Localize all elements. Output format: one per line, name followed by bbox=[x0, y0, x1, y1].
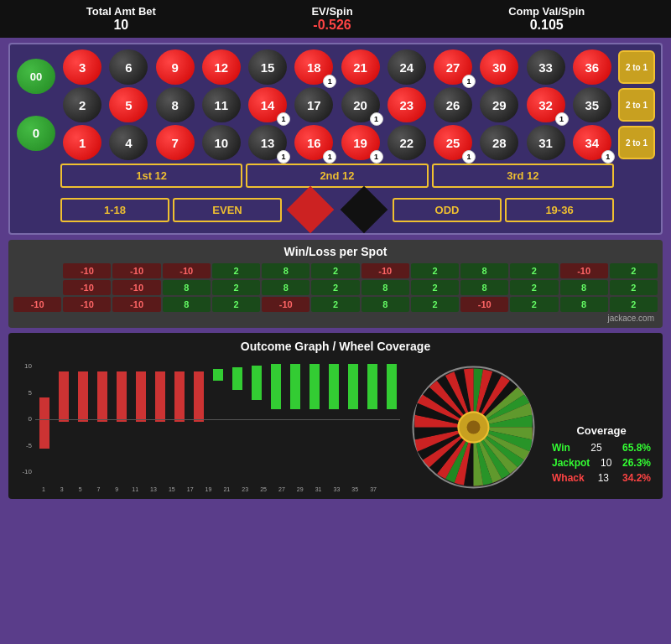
wl-r3-c9: -10 bbox=[460, 297, 508, 312]
y-label-5: 5 bbox=[29, 389, 32, 397]
num-5[interactable]: 5 bbox=[109, 87, 148, 122]
num-3[interactable]: 3 bbox=[63, 49, 101, 85]
coverage-jackpot-pct: 26.3% bbox=[622, 457, 651, 469]
bet-even[interactable]: EVEN bbox=[173, 198, 282, 222]
x-label-11: 11 bbox=[127, 486, 143, 492]
wl-r3-c6: 2 bbox=[311, 297, 359, 312]
wl-r2-c3: 8 bbox=[163, 280, 211, 295]
chip-18: 1 bbox=[323, 75, 336, 88]
num-28[interactable]: 28 bbox=[480, 125, 518, 160]
double-zero[interactable]: 00 bbox=[17, 59, 55, 94]
x-label-7: 7 bbox=[91, 486, 107, 492]
num-23[interactable]: 23 bbox=[388, 87, 426, 122]
num-7[interactable]: 7 bbox=[156, 125, 195, 160]
ev-spin-value: -0.526 bbox=[311, 18, 352, 33]
y-label-neg5: -5 bbox=[26, 442, 32, 449]
third-dozen[interactable]: 3rd 12 bbox=[432, 164, 614, 188]
wl-r1-c6: 2 bbox=[311, 263, 359, 278]
num-26[interactable]: 26 bbox=[434, 87, 472, 122]
bet-1-18[interactable]: 1-18 bbox=[60, 198, 169, 222]
num-14[interactable]: 141 bbox=[248, 87, 287, 122]
bet-odd[interactable]: ODD bbox=[393, 198, 502, 222]
x-label-13: 13 bbox=[145, 486, 162, 492]
num-6[interactable]: 6 bbox=[109, 49, 148, 85]
num-22[interactable]: 22 bbox=[388, 125, 426, 160]
comp-val-label: Comp Val/Spin bbox=[508, 5, 585, 18]
num-24[interactable]: 24 bbox=[388, 49, 426, 85]
x-label-23: 23 bbox=[237, 486, 253, 492]
wl-r3-c7: 8 bbox=[362, 297, 409, 312]
coverage-whack-pct: 34.2% bbox=[622, 472, 651, 484]
num-10[interactable]: 10 bbox=[202, 125, 241, 160]
wl-r1-c4: 2 bbox=[212, 263, 260, 278]
watermark: jackace.com bbox=[13, 314, 658, 323]
wl-r2-c10: 2 bbox=[510, 280, 558, 295]
second-dozen[interactable]: 2nd 12 bbox=[246, 164, 428, 188]
wl-r2-c6: 2 bbox=[311, 280, 359, 295]
num-20[interactable]: 201 bbox=[341, 87, 380, 122]
num-19[interactable]: 191 bbox=[341, 125, 380, 160]
x-label-1: 1 bbox=[35, 486, 52, 492]
num-36[interactable]: 36 bbox=[573, 49, 611, 85]
wl-r3-c0: -10 bbox=[13, 297, 61, 312]
y-label-0: 0 bbox=[29, 415, 32, 423]
coverage-table: Coverage Win 25 65.8% Jackpot 10 26.3% W… bbox=[547, 419, 656, 492]
num-35[interactable]: 35 bbox=[573, 87, 611, 122]
chart-area bbox=[35, 362, 400, 475]
num-33[interactable]: 33 bbox=[527, 49, 565, 85]
wl-r2-c11: 8 bbox=[560, 280, 608, 295]
wl-r1-c9: 8 bbox=[460, 263, 508, 278]
bet-19-36[interactable]: 19-36 bbox=[505, 198, 614, 222]
num-34[interactable]: 341 bbox=[573, 125, 611, 160]
chip-34: 1 bbox=[601, 150, 615, 164]
x-label-37: 37 bbox=[365, 486, 382, 492]
chart-baseline bbox=[35, 419, 400, 420]
num-25[interactable]: 251 bbox=[434, 125, 472, 160]
first-dozen[interactable]: 1st 12 bbox=[60, 164, 242, 188]
num-17[interactable]: 17 bbox=[294, 87, 333, 122]
num-31[interactable]: 31 bbox=[527, 125, 565, 160]
num-27[interactable]: 271 bbox=[434, 49, 472, 85]
x-label-9: 9 bbox=[108, 486, 125, 492]
comp-val-value: 0.105 bbox=[508, 18, 585, 33]
num-11[interactable]: 11 bbox=[202, 87, 241, 122]
num-9[interactable]: 9 bbox=[156, 49, 195, 85]
x-label-27: 27 bbox=[273, 486, 290, 492]
coverage-whack-row: Whack 13 34.2% bbox=[552, 472, 651, 484]
num-30[interactable]: 30 bbox=[480, 49, 518, 85]
svg-point-4 bbox=[467, 421, 481, 434]
num-15[interactable]: 15 bbox=[248, 49, 287, 85]
chip-25: 1 bbox=[462, 150, 476, 164]
coverage-win-row: Win 25 65.8% bbox=[552, 442, 651, 454]
graph-content: 10 5 0 -5 -10 bbox=[15, 358, 656, 492]
num-21[interactable]: 21 bbox=[341, 49, 380, 85]
wl-r3-c5: -10 bbox=[262, 297, 309, 312]
num-32[interactable]: 321 bbox=[527, 87, 565, 122]
num-2[interactable]: 2 bbox=[63, 87, 101, 122]
two-to-one-bot[interactable]: 2 to 1 bbox=[618, 126, 655, 159]
ev-spin-col: EV/Spin -0.526 bbox=[311, 5, 352, 33]
wl-r2-c8: 2 bbox=[411, 280, 459, 295]
num-1[interactable]: 1 bbox=[63, 125, 101, 160]
two-to-one-top[interactable]: 2 to 1 bbox=[618, 50, 655, 84]
num-12[interactable]: 12 bbox=[202, 49, 241, 85]
red-diamond[interactable] bbox=[287, 186, 335, 234]
zero[interactable]: 0 bbox=[17, 116, 55, 151]
num-8[interactable]: 8 bbox=[156, 87, 195, 122]
num-29[interactable]: 29 bbox=[480, 87, 518, 122]
black-diamond[interactable] bbox=[341, 186, 388, 234]
black-diamond-wrap bbox=[339, 191, 389, 228]
x-label-29: 29 bbox=[292, 486, 309, 492]
num-18[interactable]: 181 bbox=[294, 49, 333, 85]
graph-title: Outcome Graph / Wheel Coverage bbox=[15, 340, 656, 353]
num-16[interactable]: 161 bbox=[294, 125, 333, 160]
x-label-25: 25 bbox=[255, 486, 272, 492]
num-13[interactable]: 131 bbox=[248, 125, 287, 160]
x-label-35: 35 bbox=[346, 486, 363, 492]
wheel-svg bbox=[408, 362, 538, 492]
coverage-win-value: 25 bbox=[590, 442, 601, 454]
num-4[interactable]: 4 bbox=[109, 125, 148, 160]
winloss-section: Win/Loss per Spot -10 -10 -10 2 8 2 -10 … bbox=[8, 240, 663, 328]
x-label-19: 19 bbox=[200, 486, 217, 492]
two-to-one-mid[interactable]: 2 to 1 bbox=[618, 88, 655, 122]
